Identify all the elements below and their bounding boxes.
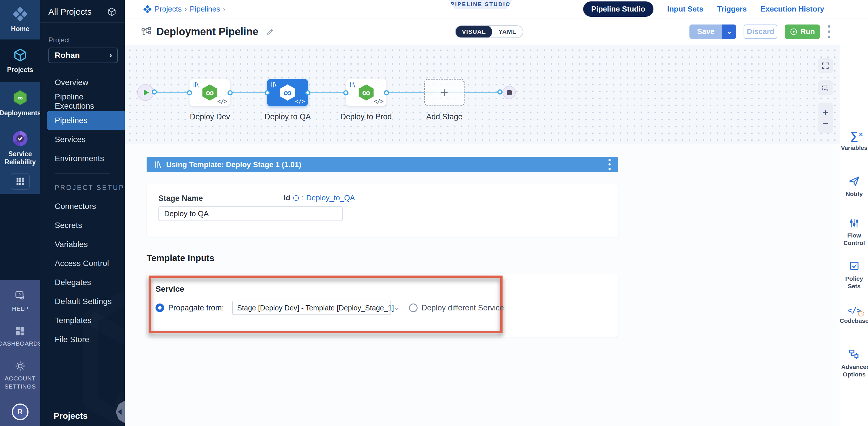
- codebase-icon: </>!: [847, 307, 861, 314]
- radio-propagate-from[interactable]: [156, 304, 164, 312]
- sidebar-item-access-control[interactable]: Access Control: [40, 254, 125, 273]
- sidebar-item-variables[interactable]: Variables: [40, 235, 125, 254]
- info-icon[interactable]: [292, 195, 300, 201]
- connector-dot[interactable]: [384, 90, 389, 95]
- pipeline-start-node[interactable]: [137, 84, 154, 101]
- sidebar-item-secrets[interactable]: Secrets: [40, 216, 125, 235]
- stage-config-area: Using Template: Deploy Stage 1 (1.01) ••…: [125, 144, 840, 426]
- run-button[interactable]: Run: [785, 25, 820, 39]
- save-dropdown-caret[interactable]: ⌄: [722, 25, 736, 39]
- id-colon: :: [302, 193, 304, 202]
- service-heading: Service: [156, 284, 184, 294]
- connector-dot[interactable]: [343, 90, 348, 95]
- sidebar-item-default-settings[interactable]: Default Settings: [40, 292, 125, 311]
- sidebar-item-file-store[interactable]: File Store: [40, 330, 125, 349]
- template-badge-icon: [349, 82, 356, 88]
- rail-item-account-settings[interactable]: ACCOUNT SETTINGS: [4, 361, 36, 390]
- rail-item-label: Projects: [7, 66, 33, 74]
- rail-item-service-reliability[interactable]: Service Reliability: [0, 124, 40, 172]
- module-grid-button[interactable]: [11, 173, 30, 190]
- visual-yaml-toggle: VISUAL YAML: [455, 25, 523, 38]
- discard-button[interactable]: Discard: [744, 25, 777, 39]
- stage-node-deploy-to-qa[interactable]: ∞ </>: [267, 79, 308, 106]
- cube-icon: [13, 48, 28, 62]
- connector-dot[interactable]: [187, 90, 192, 95]
- advanced-options-icon: [848, 348, 860, 360]
- studio-tools-rail: ∑× Variables Notify Flow Control: [840, 45, 868, 426]
- canvas-wrap: ∞ </> ∞ </>: [125, 45, 868, 426]
- policy-sets-icon: [848, 260, 860, 272]
- tab-pipeline-studio[interactable]: Pipeline Studio: [583, 1, 653, 17]
- pipeline-graph-icon: [141, 26, 152, 37]
- pipeline-end-node[interactable]: [502, 86, 516, 99]
- propagate-stage-dropdown[interactable]: Stage [Deploy Dev] - Template [Deploy_St…: [232, 301, 391, 315]
- add-stage-button[interactable]: +: [424, 79, 465, 106]
- connector-dot[interactable]: [497, 89, 502, 94]
- sidebar-item-connectors[interactable]: Connectors: [40, 197, 125, 216]
- sidebar-item-pipelines[interactable]: Pipelines: [46, 111, 125, 130]
- connector-dot[interactable]: [265, 90, 270, 95]
- connector-dot[interactable]: [152, 89, 157, 94]
- edit-pencil-icon[interactable]: [266, 27, 275, 36]
- pipeline-canvas[interactable]: ∞ </> ∞ </>: [125, 45, 840, 144]
- save-button[interactable]: Save: [689, 25, 722, 39]
- template-options-kebab[interactable]: •••: [608, 158, 611, 171]
- divider: [40, 23, 125, 23]
- connector-dot[interactable]: [305, 90, 310, 95]
- grid-icon: [16, 177, 25, 186]
- connector-dot[interactable]: [227, 90, 233, 95]
- rail-item-deployments[interactable]: ∞ Deployments: [0, 82, 40, 124]
- tab-input-sets[interactable]: Input Sets: [667, 5, 704, 13]
- sidebar-item-templates[interactable]: Templates: [40, 311, 125, 330]
- rail-item-projects[interactable]: Projects: [0, 39, 40, 82]
- plus-icon: +: [441, 86, 448, 99]
- notify-icon: [848, 175, 860, 187]
- rail-item-dashboards[interactable]: DASHBOARDS: [0, 326, 42, 347]
- sidebar-item-services[interactable]: Services: [40, 130, 125, 149]
- cd-stage-icon: ∞: [280, 84, 296, 101]
- module-rail: Home Projects ∞ Deployments Service Reli…: [0, 0, 40, 426]
- tool-flow-control[interactable]: Flow Control: [840, 217, 868, 247]
- sidebar-item-environments[interactable]: Environments: [40, 149, 125, 168]
- zoom-out-button[interactable]: −: [823, 118, 828, 128]
- tool-codebase[interactable]: </>! Codebase: [840, 307, 868, 324]
- more-options-kebab[interactable]: •••: [827, 24, 831, 39]
- toggle-visual[interactable]: VISUAL: [456, 25, 492, 38]
- tool-variables[interactable]: ∑× Variables: [840, 130, 868, 151]
- tool-notify[interactable]: Notify: [840, 175, 868, 198]
- breadcrumb-pipelines[interactable]: Pipelines: [190, 5, 220, 13]
- tool-label: Notify: [845, 190, 863, 198]
- id-label: Id: [284, 193, 290, 202]
- stage-node-deploy-to-prod[interactable]: ∞ </>: [346, 79, 387, 106]
- rail-item-help[interactable]: ? HELP: [12, 290, 29, 312]
- rail-item-label: ACCOUNT SETTINGS: [4, 374, 36, 390]
- radio-deploy-different-service[interactable]: [409, 304, 417, 312]
- toggle-yaml[interactable]: YAML: [492, 25, 523, 38]
- tab-triggers[interactable]: Triggers: [717, 5, 747, 13]
- project-selector[interactable]: Rohan ›: [49, 48, 118, 63]
- cube-icon[interactable]: [107, 7, 117, 17]
- all-projects-label: All Projects: [49, 7, 92, 17]
- tab-execution-history[interactable]: Execution History: [761, 5, 824, 13]
- rail-item-label: Service Reliability: [0, 150, 40, 166]
- breadcrumb-projects[interactable]: Projects: [155, 5, 182, 13]
- code-badge-icon: </>: [217, 98, 227, 104]
- run-play-icon: [790, 28, 798, 35]
- tool-policy-sets[interactable]: Policy Sets: [840, 260, 868, 290]
- save-split-button: Save ⌄: [689, 25, 736, 39]
- rail-item-home[interactable]: Home: [0, 0, 40, 39]
- stage-name-input[interactable]: [158, 206, 343, 221]
- service-card: Service Propagate from: Stage [Deploy De…: [147, 274, 618, 337]
- tool-advanced-options[interactable]: Advanced Options: [840, 348, 868, 378]
- selection-mode-button[interactable]: [818, 80, 833, 95]
- stage-id-value[interactable]: Deploy_to_QA: [306, 193, 355, 202]
- chevron-left-icon: [118, 409, 122, 415]
- sidebar-item-delegates[interactable]: Delegates: [40, 273, 125, 292]
- sidebar-item-overview[interactable]: Overview: [40, 73, 125, 92]
- zoom-in-button[interactable]: +: [823, 108, 828, 117]
- collapse-sidebar-button[interactable]: [116, 401, 125, 423]
- sidebar-item-pipeline-executions[interactable]: Pipeline Executions: [40, 92, 125, 111]
- user-avatar[interactable]: R: [12, 403, 29, 420]
- fullscreen-button[interactable]: [818, 58, 833, 73]
- stage-node-deploy-dev[interactable]: ∞ </>: [189, 79, 230, 106]
